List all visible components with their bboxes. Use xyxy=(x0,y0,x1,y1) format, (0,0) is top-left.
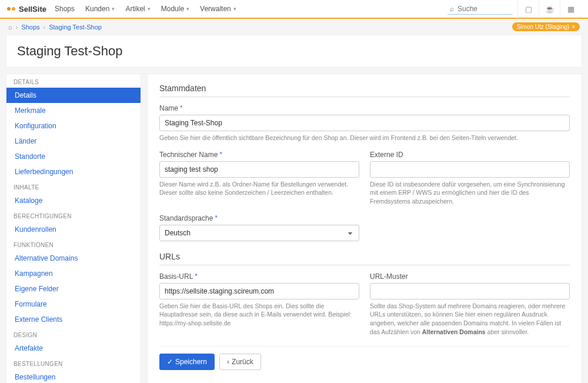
help-techname: Dieser Name wird z.B. als Ordner-Name fü… xyxy=(159,180,359,197)
nav-artikel[interactable]: Artikel xyxy=(125,5,150,13)
side-section-design: DESIGN xyxy=(6,327,141,341)
nav-kunden[interactable]: Kunden xyxy=(85,5,115,13)
close-icon[interactable]: × xyxy=(572,24,575,30)
side-section-berechtigungen: BERECHTIGUNGEN xyxy=(6,208,141,222)
extid-field[interactable] xyxy=(370,161,570,178)
urlpattern-field[interactable] xyxy=(370,283,570,299)
user-badge-label: Simon Utz (Staging) xyxy=(517,24,569,30)
page-title: Staging Test-Shop xyxy=(17,44,571,59)
nav-module[interactable]: Module xyxy=(161,5,189,13)
check-icon: ✓ xyxy=(167,358,173,366)
section-urls: URLs xyxy=(159,252,570,265)
label-name: Name xyxy=(159,104,570,112)
sidebar-item-merkmale[interactable]: Merkmale xyxy=(6,103,141,118)
sidebar-item-kampagnen[interactable]: Kampagnen xyxy=(6,266,141,281)
side-section-bestellungen: BESTELLUNGEN xyxy=(6,356,141,369)
sidebar-item-kundenrollen[interactable]: Kundenrollen xyxy=(6,222,141,237)
side-section-inhalte: INHALTE xyxy=(6,179,141,193)
brand-text: SellSite xyxy=(19,5,46,14)
help-name: Geben Sie hier die öffentlich sichtbare … xyxy=(159,134,570,142)
sidebar-item-standorte[interactable]: Standorte xyxy=(6,149,141,164)
search-box[interactable]: ⌕ xyxy=(447,4,513,15)
techname-field[interactable] xyxy=(159,161,359,178)
sidebar-item-altdomains[interactable]: Alternative Domains xyxy=(6,251,141,266)
breadcrumb-sep: › xyxy=(44,24,46,31)
sidebar-item-lieferbedingungen[interactable]: Lieferbedingungen xyxy=(6,164,141,179)
help-urlpattern: Sollte das Shop-System auf mehrere Domai… xyxy=(370,302,570,337)
breadcrumb-sep: › xyxy=(16,24,18,31)
sidebar-item-artefakte[interactable]: Artefakte xyxy=(6,341,141,356)
help-baseurl: Geben Sie hier die Basis-URL des Shops e… xyxy=(159,302,359,328)
user-badge[interactable]: Simon Utz (Staging) × xyxy=(512,22,580,31)
breadcrumb-current[interactable]: Staging Test-Shop xyxy=(49,24,102,31)
grid-icon[interactable]: ▦ xyxy=(560,0,581,18)
sidebar-item-details[interactable]: Details xyxy=(6,88,141,103)
chat-icon[interactable]: ▢ xyxy=(517,0,539,18)
baseurl-field[interactable] xyxy=(159,283,359,299)
back-button[interactable]: ‹Zurück xyxy=(219,354,261,370)
section-stammdaten: Stammdaten xyxy=(159,84,570,97)
nav-shops[interactable]: Shops xyxy=(55,5,75,13)
name-field[interactable] xyxy=(159,115,570,131)
label-lang: Standardsprache xyxy=(159,214,359,222)
help-extid: Diese ID ist insbesondere dafür vorgeseh… xyxy=(370,180,570,206)
sidebar-item-konfiguration[interactable]: Konfiguration xyxy=(6,118,141,134)
brand-logo[interactable]: SellSite xyxy=(7,5,46,14)
search-input[interactable] xyxy=(457,5,510,13)
home-icon[interactable]: ⌂ xyxy=(8,24,12,31)
sidebar-item-kataloge[interactable]: Kataloge xyxy=(6,193,141,208)
side-section-funktionen: FUNKTIONEN xyxy=(6,237,141,251)
nav-verwalten[interactable]: Verwalten xyxy=(200,5,236,13)
side-section-details: DETAILS xyxy=(6,74,141,88)
label-urlpattern: URL-Muster xyxy=(370,272,570,281)
label-techname: Technischer Name xyxy=(159,151,359,159)
coffee-icon[interactable]: ☕ xyxy=(539,0,560,18)
sidebar-item-bestellungen[interactable]: Bestellungen xyxy=(6,369,141,383)
breadcrumb-shops[interactable]: Shops xyxy=(21,24,39,31)
search-icon: ⌕ xyxy=(450,5,454,13)
label-extid: Externe ID xyxy=(370,151,570,159)
sidebar-item-formulare[interactable]: Formulare xyxy=(6,297,141,312)
sidebar-item-laender[interactable]: Länder xyxy=(6,134,141,149)
sidebar-item-eigenefelder[interactable]: Eigene Felder xyxy=(6,281,141,297)
label-baseurl: Basis-URL xyxy=(159,272,359,281)
chevron-left-icon: ‹ xyxy=(227,358,229,366)
save-button[interactable]: ✓Speichern xyxy=(159,354,215,370)
lang-select[interactable]: Deutsch xyxy=(159,225,359,241)
sidebar-item-externeclients[interactable]: Externe Clients xyxy=(6,312,141,327)
